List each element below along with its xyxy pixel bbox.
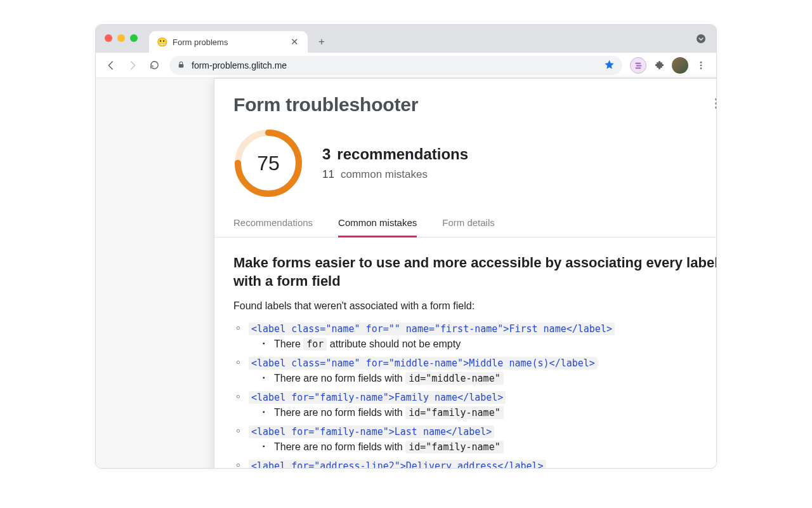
browser-tab[interactable]: 😬 Form problems ✕ [149, 31, 308, 53]
svg-point-6 [700, 64, 702, 66]
finding-code: <label for="family-name">Family name</la… [249, 391, 506, 404]
browser-window: 😬 Form problems ✕ + form-problems.glitch… [95, 24, 717, 469]
svg-rect-3 [636, 65, 641, 67]
finding-note-pre: There are no form fields with [274, 373, 405, 384]
popup-header: Form troubleshooter [214, 79, 717, 118]
finding-item: <label for="family-name">Last name</labe… [249, 426, 717, 453]
new-tab-button[interactable]: + [313, 33, 331, 51]
reload-button[interactable] [145, 57, 163, 74]
toolbar-right [630, 57, 710, 74]
recommendation-count: 3 [322, 145, 331, 163]
browser-toolbar: form-problems.glitch.me [96, 53, 716, 78]
tab-title: Form problems [173, 37, 289, 47]
finding-item: <label for="family-name">Family name</la… [249, 392, 717, 418]
finding-note-pre: There are no form fields with [274, 407, 405, 418]
finding-code: <label for="family-name">Last name</labe… [249, 425, 494, 438]
finding-note: There are no form fields with id="middle… [274, 373, 717, 384]
finding-note: There are no form fields with id="family… [274, 407, 717, 418]
svg-point-5 [700, 62, 702, 64]
address-bar[interactable]: form-problems.glitch.me [169, 56, 622, 75]
finding-code: <label class="name" for="" name="first-n… [249, 323, 615, 335]
recommendation-label: recommendations [337, 145, 468, 163]
svg-rect-2 [635, 63, 641, 64]
mistake-count: 11 [322, 168, 334, 180]
extension-popup: Form troubleshooter 75 3recommendations … [214, 78, 717, 469]
tab-favicon: 😬 [157, 37, 167, 47]
svg-point-9 [716, 102, 717, 105]
popup-menu-icon[interactable] [712, 98, 717, 112]
finding-note-code: id="family-name" [405, 406, 504, 419]
score-gauge: 75 [233, 128, 303, 198]
finding-note-pre: There [274, 338, 303, 349]
finding-code: <label class="name" for="middle-name">Mi… [249, 357, 598, 370]
finding-note-code: id="family-name" [405, 441, 504, 453]
finding-note: There for attribute should not be empty [274, 338, 717, 350]
score-value: 75 [233, 128, 303, 198]
extension-badge-icon[interactable] [630, 57, 646, 74]
svg-point-0 [697, 34, 705, 43]
popup-tab[interactable]: Common mistakes [338, 213, 417, 237]
finding-note-post: attribute should not be empty [327, 338, 461, 349]
finding-note-code: id="middle-name" [405, 372, 504, 385]
mistake-label: common mistakes [341, 168, 428, 180]
profile-avatar[interactable] [672, 57, 688, 74]
minimize-window-button[interactable] [117, 34, 125, 42]
section-intro: Found labels that weren't associated wit… [233, 300, 717, 312]
popup-body: Make forms easier to use and more access… [214, 237, 717, 469]
tab-strip: 😬 Form problems ✕ + [96, 25, 716, 53]
url-text: form-problems.glitch.me [192, 60, 598, 70]
finding-note-code: for [303, 338, 327, 351]
back-button[interactable] [102, 57, 120, 74]
summary-text: 3recommendations 11common mistakes [322, 145, 468, 181]
finding-note: There are no form fields with id="family… [274, 441, 717, 453]
bookmark-star-icon[interactable] [604, 59, 615, 72]
popup-tab[interactable]: Recommendations [233, 213, 313, 237]
tabs-dropdown-icon[interactable] [696, 34, 706, 44]
findings-list: <label class="name" for="" name="first-n… [233, 323, 717, 469]
browser-menu-icon[interactable] [692, 57, 710, 74]
svg-rect-4 [635, 67, 641, 69]
finding-item: <label class="name" for="" name="first-n… [249, 323, 717, 350]
finding-item: <label class="name" for="middle-name">Mi… [249, 358, 717, 384]
extensions-icon[interactable] [650, 57, 668, 74]
finding-note-pre: There are no form fields with [274, 441, 405, 452]
svg-point-8 [716, 98, 717, 100]
section-title: Make forms easier to use and more access… [233, 254, 717, 290]
forward-button[interactable] [124, 57, 141, 74]
svg-point-7 [700, 67, 702, 69]
popup-tabs: RecommendationsCommon mistakesForm detai… [214, 213, 717, 237]
finding-item: <label for="address-line2">Delivery addr… [249, 460, 717, 469]
summary-row: 75 3recommendations 11common mistakes [214, 118, 717, 213]
fullscreen-window-button[interactable] [130, 34, 138, 42]
lock-icon [177, 60, 185, 70]
finding-code: <label for="address-line2">Delivery addr… [249, 460, 546, 469]
popup-tab[interactable]: Form details [442, 213, 495, 237]
window-controls [105, 34, 138, 42]
close-window-button[interactable] [105, 34, 112, 42]
close-tab-icon[interactable]: ✕ [289, 36, 300, 48]
svg-rect-1 [179, 64, 184, 67]
svg-point-10 [716, 106, 717, 109]
popup-title: Form troubleshooter [233, 94, 418, 116]
